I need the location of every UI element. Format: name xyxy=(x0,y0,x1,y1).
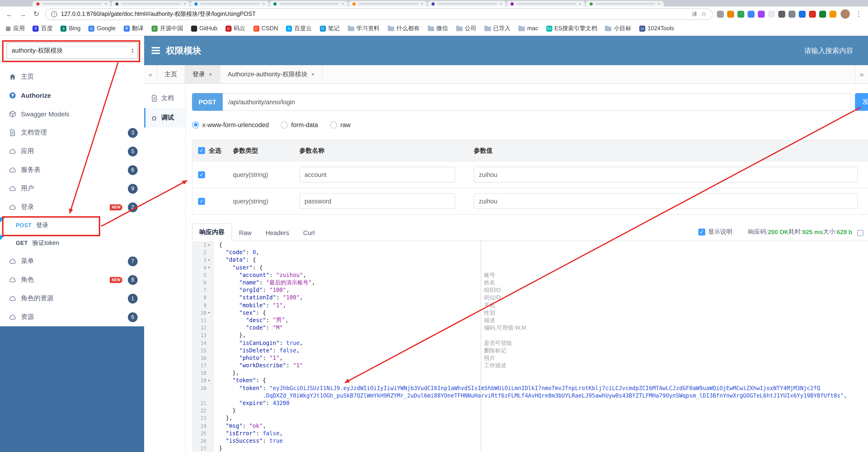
bookmark-item[interactable]: 什么都有 xyxy=(388,24,420,32)
bookmark-item[interactable]: 译翻译 xyxy=(123,24,144,32)
extension-icon[interactable] xyxy=(758,10,765,18)
content-type-option[interactable]: form-data xyxy=(281,121,318,128)
header-search-input[interactable] xyxy=(751,47,853,54)
api-item[interactable]: GET验证token xyxy=(0,234,144,252)
param-value-input[interactable] xyxy=(474,193,858,209)
sidebar-item[interactable]: 文档管理3 xyxy=(0,123,144,142)
tab-close-icon[interactable]: × xyxy=(209,71,212,78)
extension-icon[interactable] xyxy=(788,10,796,18)
fullscreen-icon[interactable] xyxy=(857,230,863,236)
bookmark-item[interactable]: mac xyxy=(518,25,538,32)
tabs-scroll-left-icon[interactable]: « xyxy=(144,65,157,83)
site-info-icon[interactable]: i xyxy=(51,11,57,17)
param-name-input[interactable] xyxy=(300,167,455,182)
bookmark-item[interactable]: 学习资料 xyxy=(347,24,380,32)
browser-tab[interactable]: × xyxy=(33,1,111,6)
bookmark-item[interactable]: G码云 xyxy=(225,24,245,32)
extension-icon[interactable] xyxy=(737,10,744,18)
sidebar-item[interactable]: 菜单7 xyxy=(0,252,144,271)
browser-tab[interactable]: × xyxy=(507,1,585,6)
sidebar-item[interactable]: 角色NEW8 xyxy=(0,271,144,289)
bookmark-item[interactable]: 101024Tools xyxy=(639,25,674,32)
sidebar-item[interactable]: Swagger Models xyxy=(0,105,144,123)
bookmark-item[interactable]: ESES搜索引擎文档 xyxy=(546,24,597,32)
response-tab[interactable]: Curl xyxy=(296,225,322,241)
extension-icon[interactable] xyxy=(809,10,816,18)
main-tab[interactable]: Authorize-authority-权限模块× xyxy=(220,65,323,83)
bookmark-item[interactable]: 微信 xyxy=(428,24,448,32)
extension-icon[interactable] xyxy=(819,10,826,18)
sidebar-item[interactable]: 角色的资源1 xyxy=(0,289,144,308)
sidebar-item[interactable]: Authorize xyxy=(0,86,144,105)
api-item[interactable]: POST登录 xyxy=(0,217,144,234)
select-all-checkbox[interactable]: ✓ xyxy=(198,147,205,154)
send-button[interactable]: 发送 xyxy=(855,93,868,111)
tab-close-icon[interactable]: × xyxy=(104,2,107,6)
forward-icon[interactable]: → xyxy=(18,10,27,18)
show-description-checkbox[interactable]: ✓ xyxy=(698,228,705,235)
param-name-input[interactable] xyxy=(300,193,455,209)
menu-toggle-icon[interactable] xyxy=(152,47,160,54)
bookmark-item[interactable]: 云百度云 xyxy=(286,24,312,32)
extension-icon[interactable] xyxy=(768,10,775,18)
sidebar-item[interactable]: 应用5 xyxy=(0,142,144,161)
back-icon[interactable]: ← xyxy=(5,10,14,18)
tab-close-icon[interactable]: × xyxy=(311,71,315,78)
module-select[interactable]: authority-权限模块 ▴▾ xyxy=(6,42,137,59)
bookmark-item[interactable]: 百百度 xyxy=(33,24,53,32)
tabs-scroll-right-icon[interactable]: » xyxy=(855,65,868,83)
doc-nav-doc[interactable]: 文档 xyxy=(144,88,186,108)
bookmark-item[interactable]: GitHub xyxy=(191,25,217,32)
extension-icon[interactable] xyxy=(778,10,785,18)
bookmark-star-icon[interactable]: ☆ xyxy=(701,10,707,18)
tab-close-icon[interactable]: × xyxy=(658,2,660,6)
bookmark-item[interactable]: bBing xyxy=(61,25,81,32)
tab-close-icon[interactable]: × xyxy=(262,2,265,6)
translate-icon[interactable]: 译 xyxy=(692,10,697,18)
tab-close-icon[interactable]: × xyxy=(579,2,581,6)
request-path-input[interactable] xyxy=(223,93,851,111)
profile-avatar[interactable] xyxy=(841,9,850,19)
content-type-option[interactable]: raw xyxy=(330,121,350,128)
bookmark-item[interactable]: 小目标 xyxy=(605,24,631,32)
row-checkbox[interactable]: ✓ xyxy=(198,171,205,178)
extension-icon[interactable] xyxy=(727,10,734,18)
row-checkbox[interactable]: ✓ xyxy=(198,198,205,205)
browser-tab[interactable]: × xyxy=(112,1,190,6)
response-tab[interactable]: 响应内容 xyxy=(192,223,232,241)
browser-tab[interactable]: × xyxy=(191,1,269,6)
reload-icon[interactable]: ↻ xyxy=(32,10,41,18)
extension-icon[interactable] xyxy=(748,10,754,18)
main-tab[interactable]: 主页 xyxy=(157,65,185,83)
main-tab[interactable]: 登录× xyxy=(185,65,220,83)
tab-close-icon[interactable]: × xyxy=(421,2,423,6)
browser-tab[interactable]: × xyxy=(428,1,506,6)
sidebar-item[interactable]: 登录NEW2 xyxy=(0,198,144,217)
bookmark-item[interactable]: CCSDN xyxy=(253,25,278,32)
extension-icon[interactable] xyxy=(799,10,806,18)
content-type-option[interactable]: x-www-form-urlencoded xyxy=(192,121,269,128)
bookmark-item[interactable]: 公司 xyxy=(456,24,476,32)
extension-icon[interactable] xyxy=(717,10,724,18)
browser-tab[interactable]: × xyxy=(270,1,348,6)
response-tab[interactable]: Headers xyxy=(258,225,296,241)
sidebar-item[interactable]: 用户9 xyxy=(0,179,144,198)
tab-close-icon[interactable]: × xyxy=(183,2,186,6)
param-value-input[interactable] xyxy=(474,167,858,182)
browser-tab[interactable]: × xyxy=(586,1,664,6)
sidebar-item[interactable]: 服务表6 xyxy=(0,161,144,179)
response-tab[interactable]: Raw xyxy=(232,225,258,241)
sidebar-item[interactable]: 资源6 xyxy=(0,308,144,326)
extension-icon[interactable] xyxy=(829,10,836,18)
bookmark-item[interactable]: 记笔记 xyxy=(320,24,340,32)
sidebar-item[interactable]: 主页 xyxy=(0,67,144,86)
browser-menu-icon[interactable]: ⋮ xyxy=(854,10,863,18)
tab-close-icon[interactable]: × xyxy=(500,2,502,6)
bookmark-item[interactable]: ▦应用 xyxy=(6,24,25,32)
bookmark-item[interactable]: C开源中国 xyxy=(151,24,183,32)
bookmark-item[interactable]: GGoogle xyxy=(89,25,116,32)
browser-tab[interactable]: × xyxy=(349,1,427,6)
bookmark-item[interactable]: 已导入 xyxy=(484,24,510,32)
doc-nav-debug[interactable]: 调试 xyxy=(144,108,186,128)
tab-close-icon[interactable]: × xyxy=(341,2,344,6)
